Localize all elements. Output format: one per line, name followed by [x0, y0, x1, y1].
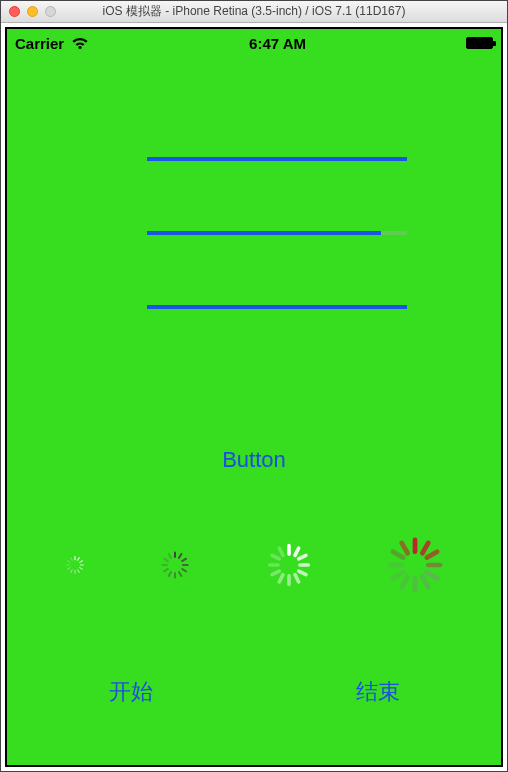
svg-line-37 [423, 543, 429, 553]
svg-line-28 [298, 571, 305, 575]
progress-bar-3 [147, 305, 407, 309]
svg-line-4 [79, 568, 82, 570]
zoom-icon[interactable] [45, 6, 56, 17]
svg-line-11 [71, 558, 73, 561]
svg-line-43 [402, 577, 408, 587]
svg-line-8 [67, 568, 70, 570]
svg-line-22 [164, 559, 168, 561]
spinner-red-large [387, 537, 443, 593]
svg-line-29 [295, 575, 299, 582]
svg-line-1 [77, 558, 79, 561]
app-screen: Carrier 6:47 AM [5, 27, 503, 767]
carrier-label: Carrier [15, 35, 64, 52]
status-left: Carrier [15, 35, 89, 52]
mac-titlebar: iOS 模拟器 - iPhone Retina (3.5-inch) / iOS… [1, 1, 507, 23]
svg-line-20 [164, 569, 168, 571]
svg-line-26 [298, 555, 305, 559]
svg-line-2 [79, 561, 82, 563]
svg-line-13 [179, 554, 181, 558]
svg-line-14 [182, 559, 186, 561]
spinner-gray [160, 550, 190, 580]
window-traffic-lights [9, 6, 56, 17]
svg-line-41 [423, 577, 429, 587]
svg-line-40 [427, 572, 437, 578]
start-button[interactable]: 开始 [109, 677, 153, 707]
svg-line-35 [279, 548, 283, 555]
spinner-small [65, 555, 85, 575]
progress-bars [147, 157, 407, 309]
window-title: iOS 模拟器 - iPhone Retina (3.5-inch) / iOS… [103, 3, 406, 20]
svg-line-5 [77, 570, 79, 573]
svg-line-46 [393, 552, 403, 558]
progress-bar-1 [147, 157, 407, 161]
close-icon[interactable] [9, 6, 20, 17]
content-view: Button [7, 57, 501, 765]
minimize-icon[interactable] [27, 6, 38, 17]
svg-line-10 [67, 561, 70, 563]
status-right [466, 37, 493, 49]
svg-line-25 [295, 548, 299, 555]
wifi-icon [71, 36, 89, 50]
ios-status-bar: Carrier 6:47 AM [7, 29, 501, 57]
svg-line-38 [427, 552, 437, 558]
svg-line-19 [169, 572, 171, 576]
svg-line-47 [402, 543, 408, 553]
activity-indicators [27, 537, 481, 593]
svg-line-34 [272, 555, 279, 559]
svg-line-17 [179, 572, 181, 576]
svg-line-31 [279, 575, 283, 582]
spinner-white-large [266, 542, 312, 588]
bottom-buttons: 开始 结束 [7, 677, 501, 707]
svg-line-16 [182, 569, 186, 571]
status-time: 6:47 AM [249, 35, 306, 52]
svg-line-44 [393, 572, 403, 578]
center-button[interactable]: Button [7, 447, 501, 473]
svg-line-7 [71, 570, 73, 573]
simulator-frame: Carrier 6:47 AM [1, 23, 507, 771]
progress-bar-2 [147, 231, 407, 235]
battery-icon [466, 37, 493, 49]
end-button[interactable]: 结束 [356, 677, 400, 707]
svg-line-32 [272, 571, 279, 575]
svg-line-23 [169, 554, 171, 558]
